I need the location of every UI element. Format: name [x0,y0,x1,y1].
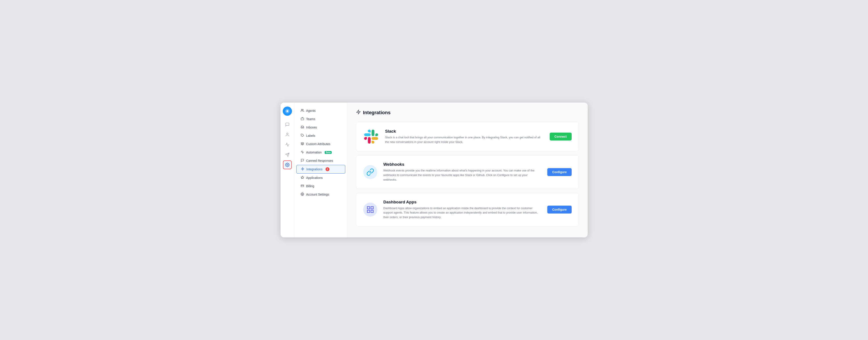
sidebar-item-agents[interactable]: Agents [296,106,345,115]
svg-rect-13 [367,207,370,209]
app-logo [283,106,292,116]
billing-icon [301,184,304,188]
webhooks-title: Webhooks [383,162,541,167]
custom-attributes-label: Custom Attributes [306,142,331,146]
sidebar-item-teams[interactable]: Teams [296,115,345,123]
dashboard-apps-logo [363,203,377,216]
inboxes-icon [301,125,304,129]
svg-marker-8 [301,168,304,170]
account-settings-label: Account Settings [306,193,329,196]
account-settings-icon [301,193,304,196]
svg-rect-16 [367,210,370,213]
slack-desc: Slack is a chat tool that brings all you… [385,135,543,144]
logo-icon [285,108,290,114]
agents-icon [301,109,304,113]
svg-marker-12 [356,110,360,114]
sidebar-item-labels[interactable]: Labels [296,132,345,140]
teams-label: Teams [306,117,315,121]
dashboard-apps-desc: Dashboard Apps allow organizations to em… [383,206,541,219]
slack-connect-button[interactable]: Connect [550,133,572,140]
integrations-icon [301,167,304,171]
page-header-icon [356,110,361,116]
sidebar-item-applications[interactable]: Applications [296,174,345,182]
rail-contacts-icon[interactable] [283,130,292,139]
webhooks-logo [363,165,377,179]
sidebar: Agents Teams Inboxes [294,103,347,237]
webhooks-content: Webhooks Webhook events provide you the … [383,162,541,182]
labels-icon [301,134,304,138]
canned-responses-label: Canned Responses [306,159,333,163]
svg-rect-15 [371,210,373,213]
sidebar-item-automation[interactable]: Automation Beta [296,148,345,157]
rail-reports-icon[interactable] [283,140,292,149]
sidebar-item-billing[interactable]: Billing [296,182,345,190]
agents-label: Agents [306,109,316,112]
slack-card: Slack Slack is a chat tool that brings a… [356,122,579,151]
sidebar-item-custom-attributes[interactable]: Custom Attributes [296,140,345,148]
automation-label: Automation [306,150,322,154]
dashboard-apps-title: Dashboard Apps [383,200,541,205]
svg-point-11 [302,194,303,195]
integrations-badge: 2 [326,167,330,171]
svg-marker-7 [301,142,304,144]
svg-point-1 [287,133,288,135]
billing-label: Billing [306,184,314,188]
custom-attributes-icon [301,142,304,146]
page-title: Integrations [363,110,391,115]
page-header: Integrations [356,110,579,116]
dashboard-apps-card: Dashboard Apps Dashboard Apps allow orga… [356,193,579,227]
sidebar-item-integrations[interactable]: Integrations 2 [296,165,345,174]
applications-label: Applications [306,176,323,179]
rail-conversations-icon[interactable] [283,120,292,129]
labels-label: Labels [306,134,315,137]
icon-rail [281,103,294,237]
webhooks-card: Webhooks Webhook events provide you the … [356,155,579,189]
sidebar-item-account-settings[interactable]: Account Settings [296,190,345,199]
beta-badge: Beta [324,151,332,154]
svg-point-3 [287,164,288,166]
sidebar-item-inboxes[interactable]: Inboxes [296,123,345,132]
svg-rect-5 [301,118,304,120]
sidebar-item-canned-responses[interactable]: Canned Responses [296,157,345,165]
webhooks-configure-button[interactable]: Configure [547,168,571,176]
slack-title: Slack [385,129,544,134]
integrations-label: Integrations [306,168,322,171]
applications-icon [301,176,304,180]
teams-icon [301,117,304,121]
dashboard-apps-configure-button[interactable]: Configure [547,206,571,213]
svg-rect-9 [301,185,304,187]
svg-point-4 [301,109,303,110]
slack-content: Slack Slack is a chat tool that brings a… [385,129,544,144]
rail-campaigns-icon[interactable] [283,150,292,159]
automation-icon [301,150,304,154]
rail-settings-icon[interactable] [283,161,292,169]
inboxes-label: Inboxes [306,126,317,129]
svg-rect-14 [371,207,373,209]
app-window: Agents Teams Inboxes [281,103,588,237]
webhooks-desc: Webhook events provide you the realtime … [383,168,541,182]
slack-logo [363,129,379,144]
main-content: Integrations Slack Slack is a chat tool … [347,103,588,237]
canned-responses-icon [301,159,304,163]
dashboard-apps-content: Dashboard Apps Dashboard Apps allow orga… [383,200,541,219]
